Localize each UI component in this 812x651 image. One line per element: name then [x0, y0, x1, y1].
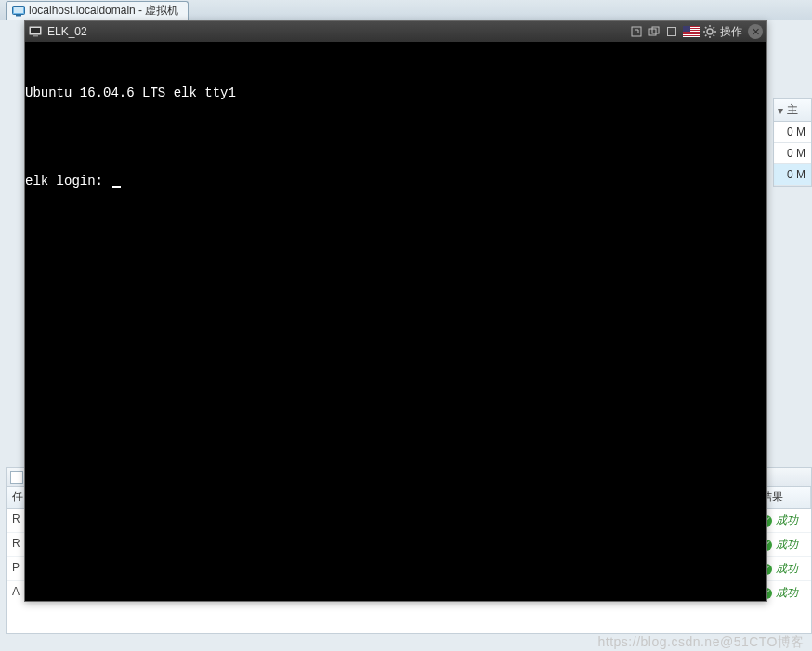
- right-table-row[interactable]: 0 M: [774, 143, 811, 164]
- svg-line-17: [714, 27, 714, 28]
- console-banner: Ubuntu 16.04.6 LTS elk tty1: [25, 83, 766, 105]
- monitor-icon: [29, 26, 42, 37]
- resize-grip-icon[interactable]: [752, 586, 765, 599]
- multi-window-icon[interactable]: [647, 25, 661, 38]
- right-side-table: ▾ 主 0 M 0 M 0 M: [773, 98, 812, 187]
- console-prompt: elk login:: [25, 174, 111, 189]
- right-table-header[interactable]: ▾ 主: [774, 99, 811, 122]
- right-table-row[interactable]: 0 M: [774, 164, 811, 186]
- svg-point-10: [707, 29, 713, 34]
- action-label[interactable]: 操作: [720, 24, 742, 40]
- cursor-icon: [112, 186, 121, 188]
- panel-toggle-icon[interactable]: [10, 471, 23, 484]
- console-titlebar[interactable]: ELK_02 操作 ✕: [25, 21, 766, 42]
- watermark-text: https://blog.csdn.ne@51CTO博客: [598, 634, 805, 651]
- console-title: ELK_02: [47, 25, 87, 38]
- console-window: ELK_02 操作 ✕ Ubuntu 16.04.6 LT: [24, 20, 767, 602]
- host-tab-label: localhost.localdomain - 虚拟机: [29, 3, 178, 19]
- console-prompt-line: elk login:: [25, 171, 766, 193]
- gear-icon[interactable]: [703, 25, 716, 38]
- svg-rect-2: [16, 15, 21, 17]
- svg-line-15: [705, 27, 706, 28]
- svg-rect-5: [33, 35, 38, 37]
- svg-rect-4: [31, 28, 40, 33]
- svg-rect-1: [14, 7, 23, 13]
- console-terminal[interactable]: Ubuntu 16.04.6 LTS elk tty1 elk login:: [25, 42, 766, 601]
- svg-rect-6: [632, 27, 641, 36]
- chevron-down-icon: ▾: [778, 104, 783, 117]
- right-table-header-label: 主: [787, 102, 798, 118]
- host-tab[interactable]: localhost.localdomain - 虚拟机: [6, 1, 189, 20]
- svg-line-16: [714, 35, 714, 36]
- close-icon[interactable]: ✕: [748, 24, 763, 39]
- svg-rect-9: [668, 28, 676, 36]
- console-blank: [25, 126, 766, 149]
- host-tabbar: localhost.localdomain - 虚拟机: [0, 0, 812, 20]
- vm-icon: [12, 6, 25, 17]
- svg-line-18: [705, 35, 706, 36]
- right-table-row[interactable]: 0 M: [774, 122, 811, 143]
- popout-icon[interactable]: [629, 25, 644, 38]
- maximize-icon[interactable]: [664, 25, 679, 38]
- us-flag-icon[interactable]: [683, 26, 700, 37]
